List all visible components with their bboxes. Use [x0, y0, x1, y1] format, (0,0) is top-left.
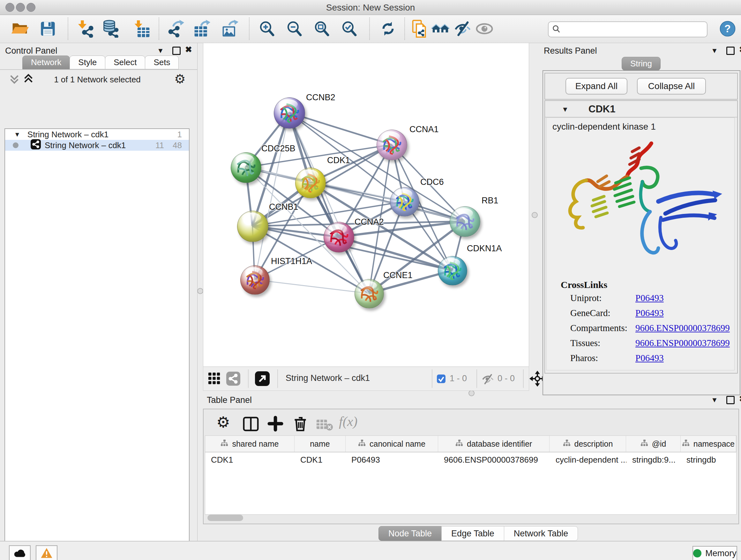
network-node-CCNA2[interactable] [324, 222, 354, 253]
collapse-all-button[interactable]: Collapse All [637, 78, 706, 95]
table-cell[interactable]: cyclin-dependent ... [550, 452, 626, 467]
control-panel-float-icon[interactable]: ▼ [157, 47, 164, 55]
show-columns-icon[interactable] [243, 416, 259, 433]
tab-style[interactable]: Style [70, 56, 105, 69]
table-panel-float-icon[interactable]: ▼ [711, 396, 718, 404]
tab-select[interactable]: Select [105, 56, 145, 69]
warnings-button[interactable] [36, 545, 57, 560]
table-panel-undock-icon[interactable] [726, 396, 735, 404]
crosslink-link[interactable]: 9606.ENSP00000378699 [635, 338, 730, 348]
import-network-database-icon[interactable] [101, 17, 121, 40]
export-network-icon[interactable] [165, 17, 186, 40]
hidden-eye-icon[interactable] [482, 373, 494, 387]
results-panel-float-icon[interactable]: ▼ [711, 47, 718, 55]
results-panel-undock-icon[interactable] [726, 47, 735, 55]
zoom-fit-icon[interactable] [312, 17, 332, 40]
save-session-icon[interactable] [38, 17, 58, 40]
delete-column-trash-icon[interactable] [292, 415, 308, 433]
function-builder-icon[interactable]: f(x) [339, 414, 357, 429]
tab-string[interactable]: String [622, 57, 661, 71]
table-cell[interactable]: CDK1 [294, 452, 346, 467]
hide-selected-icon[interactable] [453, 17, 473, 40]
table-options-gear-icon[interactable]: ⚙ [216, 413, 230, 431]
open-in-window-icon[interactable] [255, 371, 270, 387]
table-hscrollbar-track[interactable] [206, 515, 735, 521]
refresh-icon[interactable] [378, 17, 398, 40]
zoom-selected-icon[interactable] [339, 17, 359, 40]
selected-checkbox-icon[interactable] [437, 374, 446, 384]
network-node-CCNA1[interactable] [377, 130, 407, 160]
table-cell[interactable]: stringdb [681, 452, 736, 467]
collection-expand-icon[interactable]: ▼ [14, 131, 20, 138]
expand-all-networks-icon[interactable] [23, 73, 34, 85]
table-row[interactable]: CDK1CDK1P064939606.ENSP00000378699cyclin… [205, 452, 736, 467]
network-node-HIST1H1A[interactable] [240, 265, 270, 295]
tab-network-table[interactable]: Network Table [504, 526, 578, 541]
table-hscrollbar-thumb[interactable] [207, 515, 243, 521]
crosslink-link[interactable]: 9606.ENSP00000378699 [635, 323, 730, 333]
edge-CDC25B-RB1[interactable] [246, 167, 465, 221]
network-collection-row[interactable]: ▼ String Network – cdk1 1 [5, 129, 189, 140]
zoom-out-icon[interactable] [284, 17, 305, 40]
column-header-namespace[interactable]: namespace [681, 436, 736, 452]
crosslink-link[interactable]: P06493 [635, 308, 664, 318]
crosslink-link[interactable]: P06493 [635, 353, 664, 363]
column-header-canonical-name[interactable]: canonical name [346, 436, 438, 452]
table-header-row: shared namenamecanonical namedatabase id… [205, 436, 736, 452]
network-type-icon[interactable] [226, 372, 240, 387]
search-input[interactable] [564, 24, 707, 35]
birds-eye-view-icon[interactable] [208, 372, 221, 387]
table-cell[interactable]: P06493 [346, 452, 438, 467]
table-cell[interactable]: CDK1 [205, 452, 294, 467]
collapse-all-networks-icon[interactable] [9, 73, 20, 85]
table-panel-close-icon[interactable]: ✖ [739, 395, 741, 403]
delete-table-icon[interactable] [316, 418, 333, 432]
create-column-icon[interactable] [267, 416, 283, 433]
show-all-icon[interactable] [474, 17, 495, 40]
expand-all-button[interactable]: Expand All [565, 78, 627, 95]
export-table-icon[interactable] [192, 17, 212, 40]
import-network-file-icon[interactable] [77, 17, 97, 40]
control-panel-undock-icon[interactable] [172, 47, 181, 55]
table-cell[interactable]: 9606.ENSP00000378699 [438, 452, 550, 467]
export-image-icon[interactable] [219, 17, 240, 40]
table-cell[interactable]: stringdb:9... [626, 452, 681, 467]
column-header-description[interactable]: description [549, 436, 626, 452]
network-node-CDKN1A[interactable] [438, 256, 467, 286]
network-node-RB1[interactable] [450, 206, 480, 237]
toolbar-separator [158, 17, 159, 40]
zoom-in-icon[interactable] [257, 17, 277, 40]
edge-CCNA2-CDKN1A[interactable] [339, 237, 452, 270]
network-node-CCNB2[interactable] [274, 98, 305, 129]
open-session-icon[interactable] [10, 17, 30, 40]
memory-button[interactable]: Memory [692, 546, 737, 560]
left-splitter-handle[interactable] [197, 288, 203, 294]
network-node-CDC6[interactable] [390, 187, 419, 216]
cdk1-collapse-icon[interactable]: ▼ [562, 105, 569, 114]
results-panel-close-icon[interactable]: ✖ [739, 45, 741, 54]
column-header-name[interactable]: name [294, 436, 346, 452]
control-panel-close-icon[interactable]: ✖ [185, 45, 192, 54]
network-list-options-gear-icon[interactable]: ⚙ [174, 71, 186, 86]
crosslink-link[interactable]: P06493 [635, 293, 664, 303]
import-table-file-icon[interactable] [131, 17, 152, 40]
column-header-database-identifier[interactable]: database identifier [438, 436, 550, 452]
network-canvas[interactable]: CCNB2CCNA1CDC25BCDK1CDC6RB1CCNB1CCNA2CDK… [203, 43, 529, 367]
column-header-shared-name[interactable]: shared name [205, 436, 294, 452]
tab-sets[interactable]: Sets [145, 56, 179, 69]
help-icon[interactable]: ? [718, 17, 738, 40]
network-row-selected[interactable]: String Network – cdk1 11 48 [5, 140, 189, 151]
network-node-CDK1[interactable] [295, 168, 326, 198]
network-node-CCNE1[interactable] [354, 279, 384, 308]
cloud-button[interactable] [9, 545, 30, 560]
clone-network-icon[interactable] [410, 17, 430, 40]
network-node-CCNB1[interactable] [237, 211, 268, 242]
tab-edge-table[interactable]: Edge Table [441, 526, 504, 541]
edge-CCNB2-CCNE1[interactable] [289, 113, 369, 294]
network-node-CDC25B[interactable] [231, 152, 261, 183]
tab-network[interactable]: Network [22, 56, 70, 69]
first-neighbors-icon[interactable] [430, 17, 451, 40]
column-header-@id[interactable]: @id [626, 436, 680, 452]
tab-node-table[interactable]: Node Table [379, 526, 442, 541]
edge-CCNE1-HIST1H1A[interactable] [255, 280, 369, 294]
